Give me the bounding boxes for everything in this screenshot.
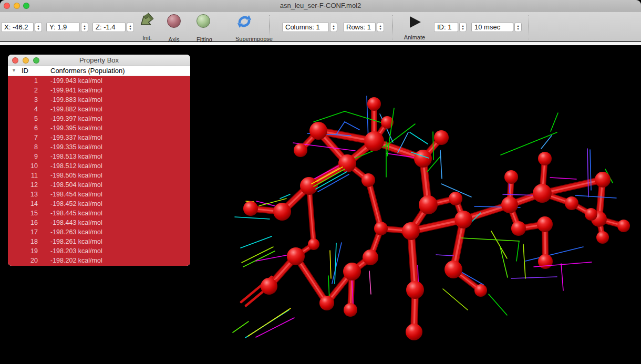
- conformer-row[interactable]: 7 -199.337 kcal/mol: [8, 133, 190, 142]
- conformer-row[interactable]: 8 -199.335 kcal/mol: [8, 142, 190, 152]
- conformer-energy: -199.337 kcal/mol: [38, 134, 102, 141]
- conformer-row[interactable]: 12 -198.504 kcal/mol: [8, 180, 190, 190]
- conformer-row[interactable]: 2 -199.941 kcal/mol: [8, 86, 190, 95]
- toolbar-divider: [529, 15, 529, 39]
- columns-field[interactable]: Columns: 1: [282, 22, 329, 32]
- superimpose-sync-icon: [236, 13, 253, 30]
- conformer-energy: -199.335 kcal/mol: [38, 143, 102, 151]
- conformer-row[interactable]: 20 -198.202 kcal/mol: [8, 256, 190, 265]
- conformer-row[interactable]: 11 -198.505 kcal/mol: [8, 171, 190, 180]
- stepper-down-icon: ▾: [129, 27, 131, 30]
- column-header-conformers: Conformers (Population): [50, 67, 125, 75]
- property-box-header: ▼ ID Conformers (Population): [8, 66, 190, 76]
- rows-stepper[interactable]: ▴ ▾: [377, 22, 384, 32]
- conformer-id: 11: [8, 172, 38, 179]
- play-icon: [410, 16, 421, 28]
- init-button[interactable]: Init.: [136, 13, 159, 34]
- conformer-id: 9: [8, 153, 38, 160]
- property-box-titlebar: Property Box: [8, 55, 190, 66]
- stepper-down-icon: ▾: [84, 27, 85, 30]
- conformer-id: 4: [8, 106, 38, 113]
- column-header-id: ID: [22, 67, 28, 75]
- conformer-id-stepper[interactable]: ▴ ▾: [459, 22, 467, 32]
- y-coordinate-field[interactable]: Y: 1.9: [46, 22, 80, 32]
- z-coordinate-field[interactable]: Z: -1.4: [92, 22, 126, 32]
- init-arrow-icon: [138, 13, 157, 32]
- property-box-window: Property Box ▼ ID Conformers (Population…: [8, 55, 190, 266]
- superimpose-button[interactable]: Superimpopse: [235, 13, 253, 33]
- axis-sphere-icon: [167, 14, 181, 28]
- conformer-row[interactable]: 16 -198.443 kcal/mol: [8, 218, 190, 227]
- disclosure-triangle-icon[interactable]: ▼: [12, 68, 16, 73]
- conformer-row[interactable]: 3 -199.883 kcal/mol: [8, 95, 190, 105]
- conformer-energy: -199.395 kcal/mol: [38, 124, 102, 132]
- conformer-id: 17: [8, 228, 38, 236]
- conformer-id: 10: [8, 162, 38, 170]
- conformer-energy: -198.513 kcal/mol: [38, 153, 102, 160]
- conformer-energy: -198.443 kcal/mol: [38, 219, 102, 226]
- stepper-down-icon: ▾: [517, 27, 519, 30]
- conformer-energy: -198.505 kcal/mol: [38, 172, 102, 179]
- conformer-id: 20: [8, 257, 38, 264]
- conformer-id: 7: [8, 134, 38, 141]
- molecule-bonds: [241, 104, 624, 332]
- conformer-energy: -199.397 kcal/mol: [38, 115, 102, 122]
- conformer-id: 12: [8, 181, 38, 189]
- animate-button[interactable]: Animate: [403, 16, 426, 28]
- conformer-id: 3: [8, 96, 38, 103]
- app-window: asn_leu_ser-F-CONF.mol2 X: -46.2 ▴ ▾ Y: …: [0, 0, 641, 364]
- conformer-energy: -198.452 kcal/mol: [38, 200, 102, 207]
- conformer-energy: -198.454 kcal/mol: [38, 191, 102, 198]
- conformer-row[interactable]: 13 -198.454 kcal/mol: [8, 190, 190, 199]
- fitting-sphere-icon: [197, 14, 210, 28]
- conformer-id: 1: [8, 77, 38, 85]
- conformer-row[interactable]: 5 -199.397 kcal/mol: [8, 114, 190, 123]
- conformer-row[interactable]: 10 -198.512 kcal/mol: [8, 161, 190, 171]
- conformer-energy: -199.882 kcal/mol: [38, 106, 102, 113]
- conformer-id: 5: [8, 115, 38, 122]
- conformer-row[interactable]: 15 -198.445 kcal/mol: [8, 209, 190, 218]
- property-box-title: Property Box: [8, 56, 190, 64]
- stepper-down-icon: ▾: [37, 27, 39, 30]
- axis-button[interactable]: Axis: [167, 14, 181, 28]
- conformer-id: 14: [8, 200, 38, 207]
- conformer-energy: -199.883 kcal/mol: [38, 96, 102, 103]
- window-titlebar: asn_leu_ser-F-CONF.mol2: [0, 0, 641, 12]
- conformer-id-field[interactable]: ID: 1: [434, 22, 458, 32]
- toolbar: X: -46.2 ▴ ▾ Y: 1.9 ▴ ▾ Z: -1.4 ▴ ▾ Init…: [0, 12, 641, 41]
- conformer-row[interactable]: 17 -198.263 kcal/mol: [8, 227, 190, 237]
- conformer-id: 19: [8, 247, 38, 255]
- conformer-row[interactable]: 9 -198.513 kcal/mol: [8, 152, 190, 161]
- x-coordinate-field[interactable]: X: -46.2: [1, 22, 34, 32]
- interval-field[interactable]: 10 msec: [471, 22, 513, 32]
- conformer-energy: -198.261 kcal/mol: [38, 238, 102, 245]
- stepper-down-icon: ▾: [333, 27, 334, 30]
- conformer-energy: -198.445 kcal/mol: [38, 210, 102, 217]
- conformer-row[interactable]: 14 -198.452 kcal/mol: [8, 199, 190, 209]
- stepper-down-icon: ▾: [462, 27, 463, 30]
- fitting-button[interactable]: Fitting: [197, 14, 210, 28]
- conformer-id: 2: [8, 87, 38, 94]
- z-stepper[interactable]: ▴ ▾: [127, 22, 134, 32]
- conformer-energy: -198.203 kcal/mol: [38, 247, 102, 255]
- conformer-id: 18: [8, 238, 38, 245]
- molecule-atoms: [243, 97, 630, 340]
- conformer-energy: -199.941 kcal/mol: [38, 87, 102, 94]
- window-title: asn_leu_ser-F-CONF.mol2: [0, 2, 641, 9]
- conformer-row[interactable]: 19 -198.203 kcal/mol: [8, 246, 190, 256]
- conformer-row[interactable]: 1 -199.943 kcal/mol: [8, 76, 190, 86]
- conformer-row[interactable]: 18 -198.261 kcal/mol: [8, 237, 190, 246]
- rows-field[interactable]: Rows: 1: [343, 22, 376, 32]
- toolbar-divider: [269, 15, 270, 39]
- y-stepper[interactable]: ▴ ▾: [81, 22, 88, 32]
- conformer-id: 16: [8, 219, 38, 226]
- conformer-id: 15: [8, 210, 38, 217]
- toolbar-divider: [392, 15, 393, 39]
- conformer-list: 1 -199.943 kcal/mol 2 -199.941 kcal/mol …: [8, 76, 190, 266]
- conformer-row[interactable]: 4 -199.882 kcal/mol: [8, 105, 190, 114]
- interval-stepper[interactable]: ▴ ▾: [514, 22, 522, 32]
- x-stepper[interactable]: ▴ ▾: [35, 22, 42, 32]
- conformer-energy: -198.263 kcal/mol: [38, 228, 102, 236]
- conformer-row[interactable]: 6 -199.395 kcal/mol: [8, 123, 190, 133]
- columns-stepper[interactable]: ▴ ▾: [330, 22, 337, 32]
